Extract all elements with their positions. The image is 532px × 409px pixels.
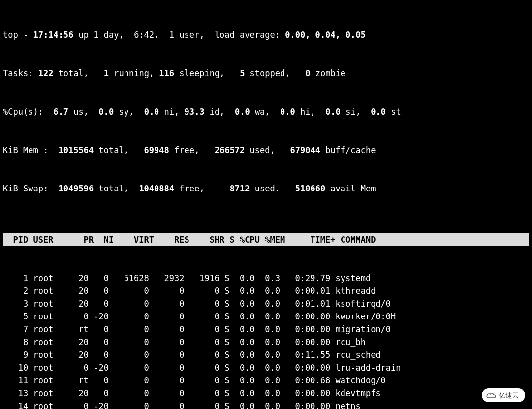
process-list: 1 root 20 0 51628 2932 1916 S 0.0 0.3 0:… [3, 272, 529, 409]
tasks-running: 1 [104, 68, 109, 78]
swap-t4: avail Mem [325, 184, 376, 193]
watermark-text: 亿速云 [499, 390, 519, 400]
tasks-zombie: 0 [305, 68, 310, 78]
cpu-id: 93.3 [185, 107, 205, 117]
summary-line-4: KiB Mem : 1015564 total, 69948 free, 266… [3, 144, 529, 157]
process-row[interactable]: 9 root 20 0 0 0 0 S 0.0 0.0 0:11.55 rcu_… [3, 348, 529, 361]
tasks-t5: zombie [310, 68, 345, 78]
mem-used: 266572 [215, 145, 245, 155]
tasks-prefix: Tasks: [3, 68, 38, 78]
process-header: PID USER PR NI VIRT RES SHR S %CPU %MEM … [3, 233, 529, 246]
cpu-t1: us, [68, 107, 98, 117]
cpu-wa: 0.0 [235, 107, 250, 117]
process-row[interactable]: 3 root 20 0 0 0 0 S 0.0 0.0 0:01.01 ksof… [3, 297, 529, 310]
cpu-hi: 0.0 [280, 107, 295, 117]
top-time: 17:14:56 [33, 30, 73, 40]
tasks-t3: sleeping, [174, 68, 240, 78]
tasks-t4: stopped, [245, 68, 305, 78]
cpu-t5: wa, [250, 107, 280, 117]
cpu-t6: hi, [295, 107, 325, 117]
cpu-ni: 0.0 [144, 107, 159, 117]
tasks-sleeping: 116 [159, 68, 174, 78]
process-row[interactable]: 10 root 0 -20 0 0 0 S 0.0 0.0 0:00.00 lr… [3, 361, 529, 374]
cpu-st: 0.0 [371, 107, 386, 117]
process-row[interactable]: 14 root 0 -20 0 0 0 S 0.0 0.0 0:00.00 ne… [3, 400, 529, 409]
mem-t1: total, [94, 145, 144, 155]
cpu-t4: id, [205, 107, 235, 117]
watermark-badge: 亿速云 [482, 388, 525, 402]
swap-prefix: KiB Swap: [3, 184, 59, 193]
cpu-t8: st [386, 107, 401, 117]
mem-free: 69948 [144, 145, 169, 155]
tasks-t2: running, [109, 68, 159, 78]
process-row[interactable]: 11 root rt 0 0 0 0 S 0.0 0.0 0:00.68 wat… [3, 374, 529, 387]
process-row[interactable]: 7 root rt 0 0 0 0 S 0.0 0.0 0:00.00 migr… [3, 323, 529, 336]
swap-used: 8712 [230, 184, 250, 193]
summary-line-5: KiB Swap: 1049596 total, 1040884 free, 8… [3, 182, 529, 195]
process-row[interactable]: 13 root 20 0 0 0 0 S 0.0 0.0 0:00.00 kde… [3, 387, 529, 400]
top-mid1: up 1 day, 6:42, 1 user, load average: [73, 30, 285, 40]
swap-free: 1040884 [139, 184, 174, 193]
mem-buff: 679044 [290, 145, 320, 155]
cloud-icon [486, 391, 497, 399]
summary-line-2: Tasks: 122 total, 1 running, 116 sleepin… [3, 67, 529, 80]
cpu-us: 6.7 [53, 107, 68, 117]
cpu-t3: ni, [159, 107, 184, 117]
swap-total: 1049596 [59, 184, 94, 193]
process-row[interactable]: 8 root 20 0 0 0 0 S 0.0 0.0 0:00.00 rcu_… [3, 336, 529, 348]
summary-line-1: top - 17:14:56 up 1 day, 6:42, 1 user, l… [3, 29, 529, 41]
top-prefix: top - [3, 30, 33, 40]
process-row[interactable]: 5 root 0 -20 0 0 0 S 0.0 0.0 0:00.00 kwo… [3, 310, 529, 323]
process-row[interactable]: 1 root 20 0 51628 2932 1916 S 0.0 0.3 0:… [3, 272, 529, 284]
tasks-t1: total, [53, 68, 103, 78]
mem-prefix: KiB Mem : [3, 145, 59, 155]
cpu-sy: 0.0 [99, 107, 114, 117]
mem-t4: buff/cache [320, 145, 376, 155]
cpu-si: 0.0 [325, 107, 341, 117]
summary-line-3: %Cpu(s): 6.7 us, 0.0 sy, 0.0 ni, 93.3 id… [3, 105, 529, 118]
mem-t3: used, [245, 145, 290, 155]
tasks-total: 122 [38, 68, 54, 78]
cpu-t7: si, [341, 107, 371, 117]
cpu-prefix: %Cpu(s): [3, 107, 53, 117]
terminal-screen[interactable]: top - 17:14:56 up 1 day, 6:42, 1 user, l… [0, 0, 532, 409]
swap-t1: total, [94, 184, 139, 193]
top-load: 0.00, 0.04, 0.05 [285, 30, 366, 40]
tasks-stopped: 5 [240, 68, 245, 78]
swap-avail: 510660 [295, 184, 325, 193]
swap-t2: free, [174, 184, 230, 193]
process-row[interactable]: 2 root 20 0 0 0 0 S 0.0 0.0 0:00.01 kthr… [3, 284, 529, 297]
cpu-t2: sy, [114, 107, 144, 117]
swap-t3: used. [250, 184, 295, 193]
mem-total: 1015564 [59, 145, 94, 155]
mem-t2: free, [169, 145, 215, 155]
